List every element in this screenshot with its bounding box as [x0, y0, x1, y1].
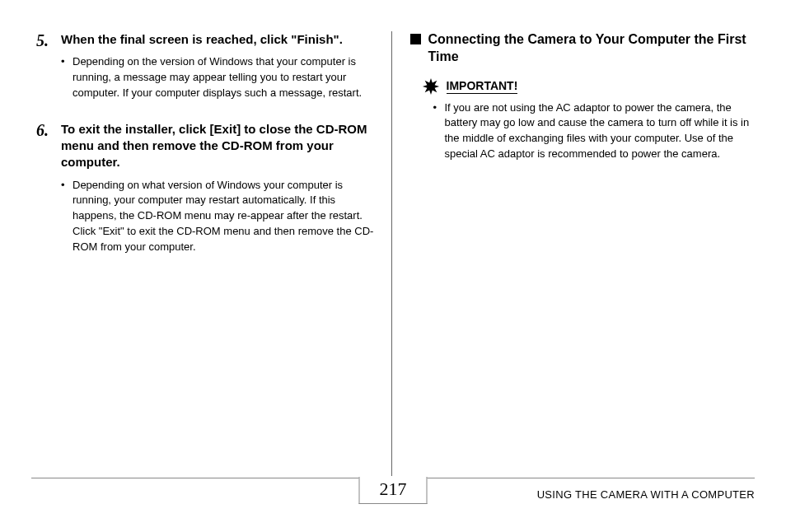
- section-title: Connecting the Camera to Your Computer t…: [428, 31, 751, 66]
- svg-marker-0: [422, 78, 438, 95]
- page-number: 217: [359, 477, 428, 504]
- step-6: 6. To exit the installer, click [Exit] t…: [36, 121, 377, 267]
- right-column: Connecting the Camera to Your Computer t…: [391, 31, 756, 476]
- important-callout: IMPORTANT!: [422, 77, 751, 96]
- burst-icon: [422, 77, 440, 96]
- step-title: To exit the installer, click [Exit] to c…: [61, 121, 377, 171]
- step-number: 5.: [36, 31, 61, 113]
- step-body: To exit the installer, click [Exit] to c…: [61, 121, 377, 267]
- step-note: Depending on what version of Windows you…: [61, 178, 377, 255]
- important-note: If you are not using the AC adaptor to p…: [433, 100, 751, 162]
- step-note: Depending on the version of Windows that…: [61, 54, 377, 101]
- important-label: IMPORTANT!: [447, 79, 518, 94]
- step-5: 5. When the final screen is reached, cli…: [36, 31, 377, 113]
- step-number: 6.: [36, 121, 61, 267]
- content-columns: 5. When the final screen is reached, cli…: [31, 31, 755, 476]
- footer-section-label: USING THE CAMERA WITH A COMPUTER: [537, 488, 755, 501]
- step-body: When the final screen is reached, click …: [61, 31, 377, 113]
- left-column: 5. When the final screen is reached, cli…: [31, 31, 391, 476]
- page-footer: 217 USING THE CAMERA WITH A COMPUTER: [31, 478, 755, 519]
- section-heading: Connecting the Camera to Your Computer t…: [410, 31, 751, 66]
- step-title: When the final screen is reached, click …: [61, 31, 377, 48]
- square-bullet-icon: [410, 34, 421, 44]
- page: 5. When the final screen is reached, cli…: [0, 0, 786, 532]
